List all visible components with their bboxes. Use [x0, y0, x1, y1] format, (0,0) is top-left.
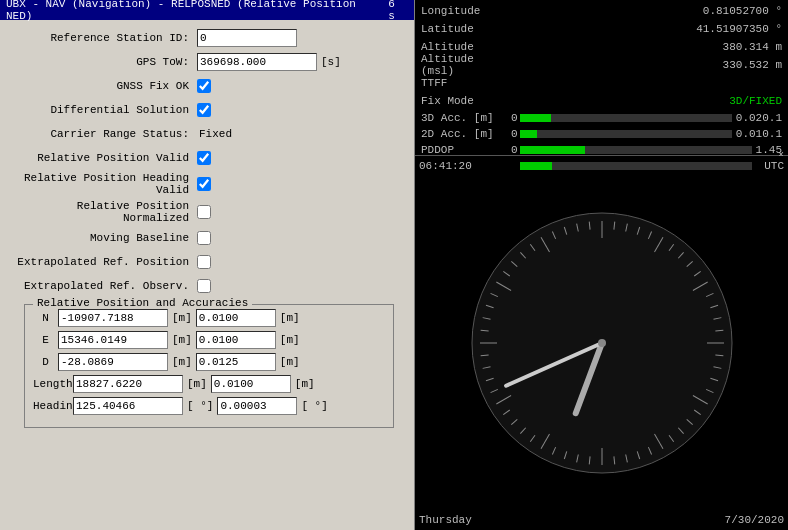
acc-length-unit: [m] [187, 378, 207, 390]
clock-day: Thursday [419, 514, 472, 526]
hddop-bar-track [520, 162, 752, 170]
gps-tow-input[interactable] [197, 53, 317, 71]
acc-n-acc-unit: [m] [280, 312, 300, 324]
gnss-fix-checkbox[interactable] [197, 79, 211, 93]
reference-station-row: Reference Station ID: [12, 28, 402, 48]
accuracy-row-length: Length [m] [m] [33, 375, 385, 393]
diff-solution-checkbox[interactable] [197, 103, 211, 117]
acc-n-acc-input[interactable] [196, 309, 276, 327]
extrap-ref-obs-row: Extrapolated Ref. Observ. [12, 276, 402, 296]
clock-svg [462, 203, 742, 483]
acc-heading-value-input[interactable] [73, 397, 183, 415]
acc-n-unit: [m] [172, 312, 192, 324]
acc-label-length: Length [33, 378, 73, 390]
gps-tow-label: GPS ToW: [12, 56, 197, 68]
rel-pos-normalized-row: Relative Position Normalized [12, 200, 402, 224]
clock-time: 06:41:20 [419, 160, 472, 172]
acc-3d-row: 3D Acc. [m] 0 0.02 0.1 [421, 110, 782, 126]
rel-pos-normalized-label: Relative Position Normalized [12, 200, 197, 224]
extrap-ref-obs-checkbox[interactable] [197, 279, 211, 293]
accuracy-row-n: N [m] [m] [33, 309, 385, 327]
carrier-range-value: Fixed [197, 128, 232, 140]
altitude-label: Altitude [421, 41, 511, 53]
diff-solution-row: Differential Solution [12, 100, 402, 120]
latitude-row: Latitude 41.51907350 ° [421, 20, 782, 38]
acc-e-acc-input[interactable] [196, 331, 276, 349]
acc-e-value-input[interactable] [58, 331, 168, 349]
acc-length-acc-input[interactable] [211, 375, 291, 393]
latitude-label: Latitude [421, 23, 511, 35]
hddop-bar-fill [520, 162, 552, 170]
extrap-ref-obs-label: Extrapolated Ref. Observ. [12, 280, 197, 292]
fix-mode-value: 3D/FIXED [511, 95, 782, 107]
ttff-row: TTFF [421, 74, 782, 92]
gps-tow-row: GPS ToW: [s] [12, 52, 402, 72]
acc-3d-bar-value: 0.02 [736, 112, 762, 124]
clock-face [419, 176, 784, 510]
acc-2d-row: 2D Acc. [m] 0 0.01 0.1 [421, 126, 782, 142]
rel-pos-valid-checkbox[interactable] [197, 151, 211, 165]
acc-3d-bar-track [520, 114, 732, 122]
fix-mode-row: Fix Mode 3D/FIXED [421, 92, 782, 110]
extrap-ref-pos-checkbox[interactable] [197, 255, 211, 269]
reference-station-input[interactable] [197, 29, 297, 47]
gnss-fix-label: GNSS Fix OK [12, 80, 197, 92]
rel-pos-heading-valid-checkbox[interactable] [197, 177, 211, 191]
form-area: Reference Station ID: GPS ToW: [s] GNSS … [0, 20, 414, 530]
fix-mode-label: Fix Mode [421, 95, 511, 107]
clock-footer: Thursday 7/30/2020 [419, 514, 784, 526]
moving-baseline-row: Moving Baseline [12, 228, 402, 248]
accuracy-row-d: D [m] [m] [33, 353, 385, 371]
acc-heading-acc-input[interactable] [217, 397, 297, 415]
accuracy-group-box: Relative Position and Accuracies N [m] [… [24, 304, 394, 428]
acc-heading-acc-unit: [ °] [301, 400, 327, 412]
acc-length-value-input[interactable] [73, 375, 183, 393]
acc-3d-label: 3D Acc. [m] [421, 112, 511, 124]
ttff-label: TTFF [421, 77, 511, 89]
acc-d-acc-input[interactable] [196, 353, 276, 371]
accuracy-row-e: E [m] [m] [33, 331, 385, 349]
longitude-value: 0.81052700 ° [511, 5, 782, 17]
time-indicator: 6 s [388, 0, 408, 22]
gps-tow-unit: [s] [321, 56, 341, 68]
window-title: UBX - NAV (Navigation) - RELPOSNED (Rela… [6, 0, 388, 22]
reference-station-label: Reference Station ID: [12, 32, 197, 44]
moving-baseline-label: Moving Baseline [12, 232, 197, 244]
acc-label-d: D [33, 356, 58, 368]
rel-pos-valid-row: Relative Position Valid [12, 148, 402, 168]
left-panel: UBX - NAV (Navigation) - RELPOSNED (Rela… [0, 0, 415, 530]
accuracy-row-heading: Heading [ °] [ °] [33, 397, 385, 415]
acc-2d-bar-fill [520, 130, 537, 138]
acc-d-value-input[interactable] [58, 353, 168, 371]
rel-pos-normalized-checkbox[interactable] [197, 205, 211, 219]
longitude-row: Longitude 0.81052700 ° [421, 2, 782, 20]
acc-e-acc-unit: [m] [280, 334, 300, 346]
acc-label-heading: Heading [33, 400, 73, 412]
clock-timezone: UTC [764, 160, 784, 172]
acc-n-value-input[interactable] [58, 309, 168, 327]
longitude-label: Longitude [421, 5, 511, 17]
clock-panel: 06:41:20 UTC [415, 156, 788, 530]
altitude-msl-row: Altitude (msl) 330.532 m [421, 56, 782, 74]
title-bar: UBX - NAV (Navigation) - RELPOSNED (Rela… [0, 0, 414, 20]
acc-2d-max: 0.1 [762, 128, 782, 140]
extrap-ref-pos-row: Extrapolated Ref. Position [12, 252, 402, 272]
moving-baseline-checkbox[interactable] [197, 231, 211, 245]
svg-point-61 [598, 339, 606, 347]
extrap-ref-pos-label: Extrapolated Ref. Position [12, 256, 197, 268]
acc-d-acc-unit: [m] [280, 356, 300, 368]
pddop-bar-track [520, 146, 752, 154]
acc-2d-bar-track [520, 130, 732, 138]
acc-label-n: N [33, 312, 58, 324]
rel-pos-heading-valid-row: Relative Position Heading Valid [12, 172, 402, 196]
gps-info-panel: Longitude 0.81052700 ° Latitude 41.51907… [415, 0, 788, 155]
diff-solution-label: Differential Solution [12, 104, 197, 116]
acc-heading-unit: [ °] [187, 400, 213, 412]
acc-3d-bar-fill [520, 114, 552, 122]
acc-d-unit: [m] [172, 356, 192, 368]
acc-2d-label: 2D Acc. [m] [421, 128, 511, 140]
gnss-fix-row: GNSS Fix OK [12, 76, 402, 96]
rel-pos-heading-valid-label: Relative Position Heading Valid [12, 172, 197, 196]
acc-length-acc-unit: [m] [295, 378, 315, 390]
altitude-msl-label: Altitude (msl) [421, 53, 511, 77]
